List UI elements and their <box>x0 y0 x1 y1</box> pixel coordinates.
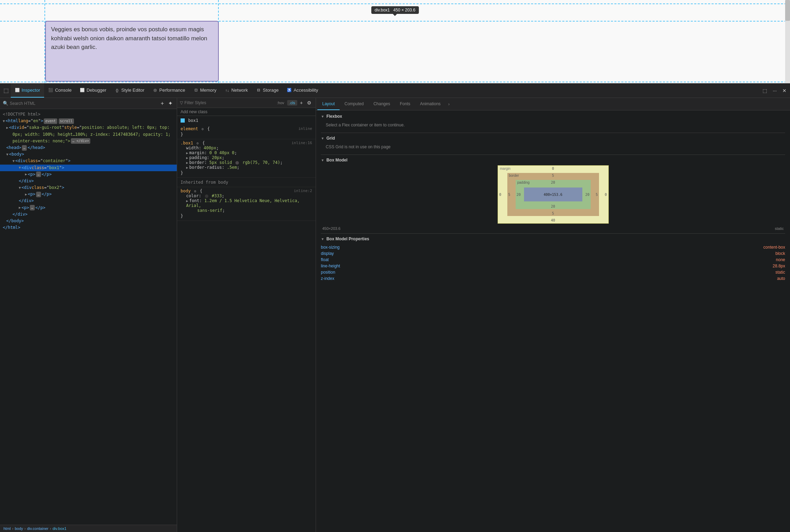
body-rule: body ⚙ { inline:2 color: #333; ▶font: 1.… <box>177 187 316 221</box>
pick-element-button[interactable]: ✦ <box>167 99 174 107</box>
tab-storage[interactable]: ⊟ Storage <box>252 83 283 98</box>
breadcrumb-box1[interactable]: div.box1 <box>52 526 66 531</box>
body-open-line[interactable]: ▼ <body> <box>0 151 177 158</box>
css-add-button[interactable]: + <box>299 99 304 106</box>
event-badge[interactable]: event <box>44 118 57 124</box>
css-border-radius-prop[interactable]: ▶border-radius: .5em; <box>181 165 312 170</box>
box1-checkbox[interactable] <box>181 118 185 123</box>
html-toggle[interactable]: ▼ <box>3 118 5 124</box>
flexbox-toggle[interactable]: ▼ <box>321 115 324 118</box>
browser-viewport: div.box1 450 × 203.6 Veggies es bonus vo… <box>0 0 790 83</box>
flexbox-section: ▼ Flexbox Select a Flex container or ite… <box>321 114 785 128</box>
responsive-button[interactable]: ⬚ <box>760 86 769 95</box>
css-rules: box1 element ⚙ { inline } <box>177 116 316 532</box>
box2-toggle[interactable]: ▼ <box>19 185 21 191</box>
css-filter-input[interactable] <box>184 100 274 105</box>
html-search-input[interactable] <box>10 101 158 106</box>
css-margin-prop[interactable]: ▶margin: 0 0 40px 0; <box>181 150 312 155</box>
border-color-dot[interactable] <box>235 161 239 165</box>
tab-network[interactable]: ↑↓ Network <box>221 83 252 98</box>
box-model-toggle[interactable]: ▼ <box>321 158 324 162</box>
devtools: ⬚ ⬜ Inspector ⬛ Console ⬜ Debugger {} St… <box>0 83 790 532</box>
search-icon: 🔍 <box>3 101 8 106</box>
box1-toggle[interactable]: ▼ <box>19 165 21 171</box>
tab-changes[interactable]: Changes <box>368 98 395 110</box>
more-tools-button[interactable]: ··· <box>771 86 779 95</box>
close-devtools-button[interactable]: ✕ <box>780 86 789 95</box>
box1-rule: .box1 ⚙ { inline:16 width: 400px; ▶margi… <box>177 139 316 178</box>
padding-top-val: 20 <box>551 181 555 184</box>
right-content: ▼ Flexbox Select a Flex container or ite… <box>316 110 790 532</box>
scrollbar-thumb[interactable] <box>785 0 790 21</box>
inspect-button[interactable]: ⬚ <box>1 86 11 95</box>
tab-layout[interactable]: Layout <box>317 98 340 110</box>
element-checkbox-row[interactable]: box1 <box>177 116 316 125</box>
p3-line[interactable]: ▶ <p> … </p> <box>0 205 177 211</box>
breadcrumb-html[interactable]: html <box>3 526 11 531</box>
tab-fonts[interactable]: Fonts <box>395 98 415 110</box>
p2-line[interactable]: ▶ <p> … </p> <box>0 191 177 198</box>
box-model-props-toggle[interactable]: ▼ <box>321 237 324 241</box>
tab-console[interactable]: ⬛ Console <box>44 83 76 98</box>
container-line[interactable]: ▼ <div class="container" > <box>0 158 177 164</box>
breadcrumb-container[interactable]: div.container <box>27 526 49 531</box>
css-border-prop[interactable]: ▶border: 5px solid rgb(75, 70, 74); <box>181 160 312 165</box>
css-color-prop[interactable]: color: #333; <box>181 193 312 198</box>
grid-toggle[interactable]: ▼ <box>321 136 324 140</box>
margin-arrow[interactable]: ▶ <box>186 151 188 155</box>
box-model-props-section: ▼ Box Model Properties box-sizing conten… <box>321 236 785 282</box>
head-line[interactable]: <head> … </head> <box>0 144 177 151</box>
saka-div-line[interactable]: ▶ <div id="saka-gui-root" style="positio… <box>0 124 177 131</box>
tab-memory[interactable]: ⊡ Memory <box>189 83 221 98</box>
scroll-badge[interactable]: scroll <box>59 118 74 124</box>
element-selector: element <box>181 126 198 131</box>
p3-badge[interactable]: … <box>30 205 35 210</box>
color-dot[interactable] <box>205 194 208 198</box>
border-arrow[interactable]: ▶ <box>186 161 188 165</box>
css-padding-prop[interactable]: ▶padding: 20px; <box>181 155 312 160</box>
padding-arrow[interactable]: ▶ <box>186 156 188 160</box>
saka-toggle[interactable]: ▶ <box>6 125 8 131</box>
border-radius-arrow[interactable]: ▶ <box>186 166 188 169</box>
margin-left-val: 0 <box>499 193 501 197</box>
add-node-button[interactable]: + <box>159 100 165 107</box>
css-width-prop[interactable]: width: 400px; <box>181 146 312 150</box>
body-gear[interactable]: ⚙ <box>194 189 196 193</box>
scrollbar[interactable] <box>785 0 790 83</box>
font-arrow[interactable]: ▶ <box>186 199 188 203</box>
css-new-class-area[interactable]: Add new class <box>177 108 316 116</box>
saka-content-badge[interactable]: … </div> <box>71 138 90 144</box>
prop-float-val: none <box>539 257 785 263</box>
cls-button[interactable]: .cls <box>287 100 297 106</box>
p3-toggle[interactable]: ▶ <box>19 205 21 210</box>
css-settings-button[interactable]: ⚙ <box>306 99 313 106</box>
css-font-prop[interactable]: ▶font: 1.2em / 1.5 Helvetica Neue, Helve… <box>181 198 312 208</box>
p2-badge[interactable]: … <box>36 192 41 197</box>
box1-line[interactable]: ▼ <div class="box1" > <box>0 165 177 171</box>
head-badge[interactable]: … <box>22 145 27 151</box>
tab-accessibility[interactable]: ♿ Accessibility <box>283 83 322 98</box>
console-icon: ⬛ <box>48 88 53 93</box>
p1-line[interactable]: ▶ <p> … </p> <box>0 171 177 178</box>
p2-toggle[interactable]: ▶ <box>25 192 27 197</box>
p1-toggle[interactable]: ▶ <box>25 172 27 177</box>
tab-performance[interactable]: ◎ Performance <box>149 83 189 98</box>
content-text: Veggies es bonus vobis, proinde vos post… <box>51 26 207 50</box>
prop-position-val: static <box>539 269 785 275</box>
box1-gear[interactable]: ⚙ <box>197 141 199 145</box>
tab-debugger[interactable]: ⬜ Debugger <box>76 83 110 98</box>
tab-inspector[interactable]: ⬜ Inspector <box>11 83 44 98</box>
html-tag-line[interactable]: ▼ <html lang="en" > event scroll <box>0 118 177 124</box>
breadcrumb-body[interactable]: body <box>15 526 23 531</box>
tab-animations[interactable]: Animations <box>415 98 445 110</box>
more-tabs-button[interactable]: › <box>446 102 452 107</box>
hov-button[interactable]: :hov <box>275 100 286 106</box>
add-class-label: Add new class <box>181 109 207 114</box>
element-gear[interactable]: ⚙ <box>202 127 204 131</box>
body-toggle[interactable]: ▼ <box>6 152 8 157</box>
tab-style-editor[interactable]: {} Style Editor <box>110 83 148 98</box>
p1-badge[interactable]: … <box>36 172 41 177</box>
box2-line[interactable]: ▼ <div class="box2" > <box>0 184 177 191</box>
tab-computed[interactable]: Computed <box>340 98 368 110</box>
container-toggle[interactable]: ▼ <box>13 158 15 164</box>
